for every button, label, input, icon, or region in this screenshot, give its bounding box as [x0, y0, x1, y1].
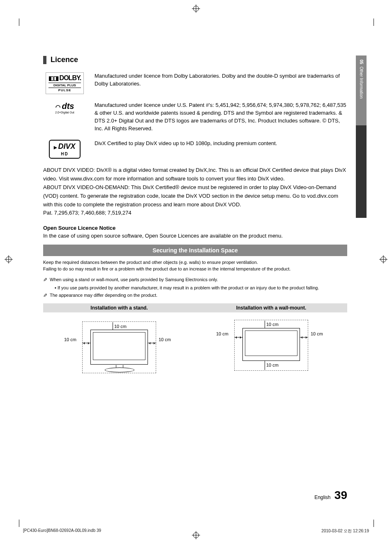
about-divx-p3: Pat. 7,295,673; 7,460,688; 7,519,274 — [43, 209, 347, 217]
dim-right: 10 cm — [159, 337, 171, 342]
dim-bottom: 10 cm — [266, 363, 279, 367]
install-wall-title: Installation with a wall-mount. — [195, 303, 347, 312]
registration-mark-left — [6, 256, 12, 262]
imprint-timestamp: 2010-03-02 오전 12:26:19 — [321, 528, 369, 534]
imprint-file: [PC430-Euro]BN68-02692A-00L09.indb 39 — [23, 528, 101, 534]
securing-intro: Keep the required distances between the … — [43, 259, 347, 272]
open-source-text: In the case of using open source softwar… — [43, 233, 347, 239]
note-icon — [43, 276, 47, 284]
heading-licence: Licence — [51, 55, 78, 64]
trim-mark — [374, 18, 374, 26]
about-divx-block: ABOUT DIVX VIDEO: DivX® is a digital vid… — [43, 166, 347, 217]
securing-banner: Securing the Installation Space — [43, 245, 347, 256]
stand-diagram: 10 cm 10 cm 10 cm — [66, 318, 173, 380]
bullet-other-manufacturer: If you use parts provided by another man… — [55, 285, 347, 290]
install-wall-column: Installation with a wall-mount. 10 cm 10… — [195, 303, 347, 380]
trim-mark — [374, 520, 374, 527]
dim-left: 10 cm — [64, 337, 76, 342]
chapter-title: Other Information — [359, 67, 364, 99]
section-heading-licence: Licence — [43, 55, 347, 64]
registration-mark-right — [380, 256, 386, 262]
open-source-notice: Open Source Licence Notice In the case o… — [43, 225, 347, 239]
about-divx-p2: ABOUT DIVX VIDEO-ON-DEMAND: This DivX Ce… — [43, 183, 347, 209]
wall-diagram: 10 cm 10 cm 10 cm 10 cm — [218, 318, 325, 380]
open-source-heading: Open Source Licence Notice — [43, 225, 347, 231]
install-stand-column: Installation with a stand. 10 cm 10 cm 1… — [43, 303, 195, 380]
page-footer: English 39 — [43, 489, 347, 502]
chapter-tab: 05 Other Information — [356, 55, 367, 218]
registration-mark-top — [193, 6, 199, 12]
footer-page-number: 39 — [334, 489, 347, 501]
dim-top: 10 cm — [114, 324, 127, 329]
divx-logo: DIVX HD — [49, 140, 80, 159]
dts-logo: dts 2.0+Digital Out — [55, 102, 74, 114]
dim-top: 10 cm — [266, 322, 279, 327]
note-appearance: The appearance may differ depending on t… — [43, 292, 347, 299]
dim-left: 10 cm — [216, 331, 228, 336]
dolby-logo: DOLBY. DIGITAL PLUS PULSE — [46, 72, 84, 94]
licence-row-dts: dts 2.0+Digital Out Manufactured under l… — [43, 102, 347, 132]
about-divx-p1: ABOUT DIVX VIDEO: DivX® is a digital vid… — [43, 166, 347, 183]
chapter-number: 05 — [359, 60, 364, 64]
note-samsung-parts: When using a stand or wall-mount, use pa… — [43, 276, 347, 284]
dts-licence-text: Manufactured under licence under U.S. Pa… — [95, 102, 347, 132]
licence-row-divx: DIVX HD DivX Certified to play DivX vide… — [43, 140, 347, 159]
dim-right: 10 cm — [311, 331, 323, 336]
install-stand-title: Installation with a stand. — [43, 303, 195, 312]
divx-licence-text: DivX Certified to play DivX video up to … — [95, 140, 277, 148]
note-icon — [43, 292, 47, 299]
trim-mark — [19, 18, 19, 26]
licence-row-dolby: DOLBY. DIGITAL PLUS PULSE Manufactured u… — [43, 72, 347, 94]
heading-marker — [43, 56, 46, 64]
footer-language: English — [314, 494, 330, 500]
dolby-licence-text: Manufactured under licence from Dolby La… — [95, 72, 347, 88]
imprint-line: [PC430-Euro]BN68-02692A-00L09.indb 39 20… — [23, 528, 369, 534]
trim-mark — [19, 520, 19, 527]
